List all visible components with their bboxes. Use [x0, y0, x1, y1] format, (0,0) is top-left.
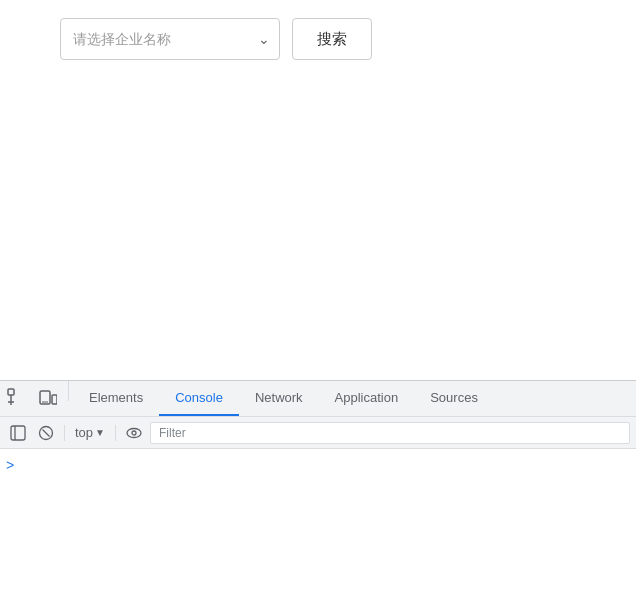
controls-divider — [64, 425, 65, 441]
svg-point-10 — [127, 428, 141, 437]
tab-application[interactable]: Application — [319, 381, 415, 416]
console-content-area: > — [0, 449, 636, 605]
context-dropdown-arrow: ▼ — [95, 427, 105, 438]
search-button[interactable]: 搜索 — [292, 18, 372, 60]
tab-network[interactable]: Network — [239, 381, 319, 416]
console-controls-bar: top ▼ — [0, 417, 636, 449]
console-filter-input[interactable] — [150, 422, 630, 444]
svg-rect-0 — [8, 389, 14, 395]
console-prompt[interactable]: > — [6, 457, 630, 473]
tab-elements[interactable]: Elements — [73, 381, 159, 416]
tab-sources[interactable]: Sources — [414, 381, 494, 416]
search-row: 请选择企业名称 ⌄ 搜索 — [60, 18, 372, 60]
inspect-element-icon[interactable] — [0, 381, 32, 413]
console-sidebar-toggle[interactable] — [6, 421, 30, 445]
svg-line-9 — [43, 429, 50, 436]
preserve-log-button[interactable] — [122, 421, 146, 445]
svg-rect-4 — [52, 395, 57, 404]
svg-point-11 — [132, 431, 136, 435]
toolbar-divider — [68, 381, 69, 401]
company-select-wrapper: 请选择企业名称 ⌄ — [60, 18, 280, 60]
clear-console-button[interactable] — [34, 421, 58, 445]
main-content: 请选择企业名称 ⌄ 搜索 — [0, 0, 636, 380]
company-select[interactable]: 请选择企业名称 — [60, 18, 280, 60]
devtools-panel: Elements Console Network Application Sou… — [0, 380, 636, 605]
console-prompt-arrow: > — [6, 457, 14, 473]
controls-divider-2 — [115, 425, 116, 441]
device-toggle-icon[interactable] — [32, 381, 64, 413]
svg-rect-6 — [11, 426, 25, 440]
devtools-tabs-bar: Elements Console Network Application Sou… — [0, 381, 636, 417]
tab-console[interactable]: Console — [159, 381, 239, 416]
console-context-label: top — [75, 425, 93, 440]
console-context-selector[interactable]: top ▼ — [71, 421, 109, 445]
